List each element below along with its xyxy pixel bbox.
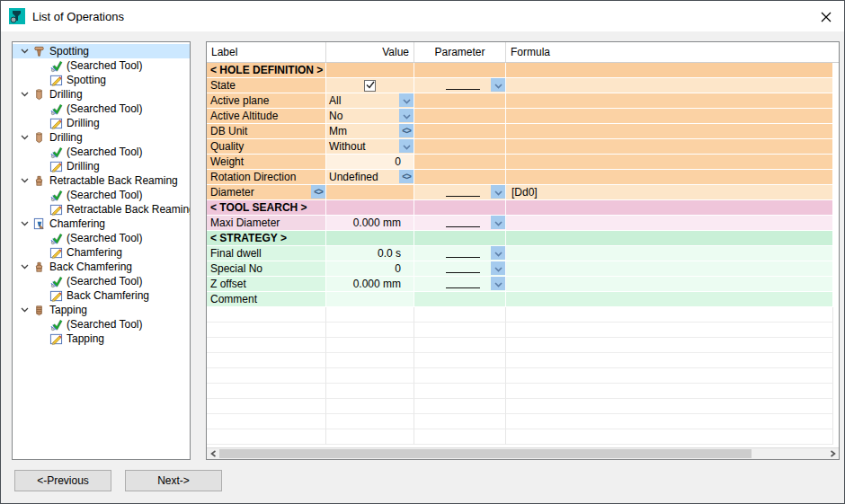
value-cell[interactable]: Mm<> [326,124,414,139]
state-checkbox[interactable] [364,80,376,92]
row-label: Active Altitude [207,109,326,124]
tree-child-tapping[interactable]: Tapping [13,332,190,346]
tree-child-searched-tool[interactable]: (Searched Tool) [13,58,190,73]
dropdown-button[interactable] [491,277,505,290]
chevron-down-icon[interactable] [17,260,31,274]
chevron-down-icon[interactable] [17,217,31,231]
param-row-special-no: Special No0 [207,261,839,277]
tree-child-searched-tool[interactable]: (Searched Tool) [13,188,190,202]
section-title: < HOLE DEFINITION > [207,63,326,78]
chevron-down-icon[interactable] [17,130,31,145]
value-cell[interactable]: 0.000 mm [326,216,414,231]
row-label: Active plane [207,93,326,109]
dropdown-button[interactable] [399,93,414,107]
value-cell[interactable] [326,78,414,93]
scroll-left-icon[interactable] [207,448,219,459]
scroll-right-icon[interactable] [826,448,839,459]
parameter-cell[interactable] [414,246,506,261]
parameter-placeholder [446,218,480,227]
dropdown-button[interactable] [491,216,505,229]
formula-cell [506,124,833,139]
tree-item-back-chamfering[interactable]: Back Chamfering [13,260,190,274]
chevron-down-icon[interactable] [17,44,31,58]
formula-cell[interactable] [506,78,833,93]
formula-cell[interactable] [506,277,833,292]
dropdown-button[interactable] [491,185,505,199]
tree-child-searched-tool[interactable]: (Searched Tool) [13,274,190,288]
tree-child-retractable-back-reaming[interactable]: Retractable Back Reaming [13,202,190,217]
value-cell[interactable] [326,292,414,307]
section-cell [326,200,414,216]
tree-child-searched-tool[interactable]: (Searched Tool) [13,145,190,159]
column-header-value: Value [326,42,414,62]
drilling-tool-icon [31,87,46,102]
tree-item-spotting[interactable]: Spotting [13,44,190,58]
chevron-down-icon[interactable] [17,303,31,317]
tree-item-tapping[interactable]: Tapping [13,303,190,317]
searched-tool-icon [49,274,63,288]
previous-button[interactable]: <-Previous [14,470,111,491]
dropdown-button[interactable] [491,261,505,275]
formula-cell[interactable]: [Dd0] [506,185,833,200]
empty-cell [326,353,414,368]
tree-item-drilling[interactable]: Drilling [13,87,190,102]
value-text: 0 [395,155,401,168]
operation-edit-icon [49,245,63,260]
scrollbar-thumb[interactable] [219,449,752,458]
formula-cell[interactable] [506,216,833,231]
tree-item-chamfering[interactable]: Chamfering [13,217,190,231]
value-cell[interactable]: 0 [326,155,414,170]
parameter-cell[interactable] [414,216,506,231]
dropdown-button[interactable] [491,246,505,260]
value-cell[interactable]: 0.000 mm [326,277,414,292]
value-cell[interactable]: Without [326,139,414,155]
value-text: Mm [326,125,347,137]
tree-child-searched-tool[interactable]: (Searched Tool) [13,231,190,245]
searched-tool-icon [49,188,63,202]
tree-child-drilling[interactable]: Drilling [13,116,190,130]
empty-cell [326,338,414,353]
parameter-cell[interactable] [414,261,506,277]
value-cell[interactable] [326,185,414,200]
spinner-button[interactable]: <> [399,170,414,183]
close-icon[interactable] [817,8,835,26]
empty-cell [506,338,833,353]
tree-child-chamfering[interactable]: Chamfering [13,245,190,260]
tree-child-searched-tool[interactable]: (Searched Tool) [13,102,190,116]
parameter-cell[interactable] [414,78,506,93]
spotting-tool-icon [31,44,46,58]
value-cell[interactable]: No [326,109,414,124]
tree-child-searched-tool[interactable]: (Searched Tool) [13,317,190,332]
tree-child-spotting[interactable]: Spotting [13,73,190,87]
value-text: Without [326,140,366,153]
horizontal-scrollbar[interactable] [207,447,839,459]
section-title: < TOOL SEARCH > [207,200,326,216]
parameter-cell[interactable] [414,277,506,292]
spinner-button[interactable]: <> [399,124,414,137]
parameters-grid: LabelValueParameterFormula < HOLE DEFINI… [206,41,840,460]
tree-child-drilling[interactable]: Drilling [13,159,190,173]
tree-child-back-chamfering[interactable]: Back Chamfering [13,288,190,303]
empty-row [207,368,839,384]
formula-cell[interactable] [506,261,833,277]
parameter-cell [414,93,506,109]
operation-edit-icon [49,159,63,173]
tree-item-retractable-back-reaming[interactable]: Retractable Back Reaming [13,173,190,188]
chevron-down-icon[interactable] [17,87,31,102]
next-button[interactable]: Next-> [125,470,222,491]
dropdown-button[interactable] [399,109,414,122]
formula-cell[interactable] [506,246,833,261]
value-cell[interactable]: All [326,93,414,109]
value-cell[interactable]: Undefined<> [326,170,414,185]
empty-cell [414,323,506,338]
tree-item-drilling[interactable]: Drilling [13,130,190,145]
chevron-down-icon[interactable] [17,173,31,188]
spinner-button[interactable]: <> [311,185,325,199]
dropdown-button[interactable] [491,78,505,92]
value-cell[interactable]: 0.0 s [326,246,414,261]
empty-cell [326,323,414,338]
tree-item-label: Chamfering [49,217,109,230]
dropdown-button[interactable] [399,139,414,153]
parameter-cell[interactable] [414,185,506,200]
value-cell[interactable]: 0 [326,261,414,277]
